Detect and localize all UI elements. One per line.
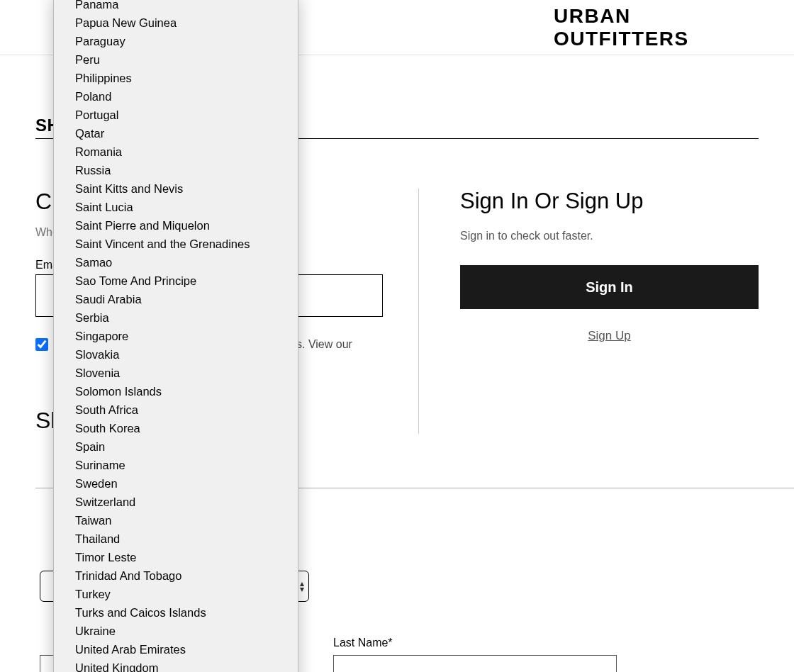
select-arrows-icon: ▴▾ bbox=[300, 581, 304, 592]
signin-heading: Sign In Or Sign Up bbox=[460, 189, 759, 214]
country-option[interactable]: Samao bbox=[54, 253, 298, 271]
country-dropdown[interactable]: PanamaPapua New GuineaParaguayPeruPhilip… bbox=[53, 0, 298, 672]
consent-checkbox[interactable] bbox=[35, 338, 48, 351]
country-option[interactable]: Serbia bbox=[54, 308, 298, 327]
country-option[interactable]: Ukraine bbox=[54, 622, 298, 640]
country-option[interactable]: Saint Vincent and the Grenadines bbox=[54, 235, 298, 253]
country-option[interactable]: Portugal bbox=[54, 106, 298, 124]
signin-button[interactable]: Sign In bbox=[460, 265, 759, 309]
country-option[interactable]: United Arab Emirates bbox=[54, 640, 298, 659]
country-option[interactable]: Switzerland bbox=[54, 493, 298, 511]
country-option[interactable]: South Korea bbox=[54, 419, 298, 437]
last-name-label: Last Name* bbox=[333, 637, 393, 649]
last-name-field[interactable] bbox=[333, 655, 617, 672]
country-option[interactable]: Turkey bbox=[54, 585, 298, 603]
country-option[interactable]: Philippines bbox=[54, 69, 298, 87]
signup-link[interactable]: Sign Up bbox=[460, 329, 759, 343]
country-option[interactable]: Qatar bbox=[54, 124, 298, 142]
country-option[interactable]: Russia bbox=[54, 161, 298, 179]
signin-subheading: Sign in to check out faster. bbox=[460, 230, 759, 242]
brand-logo[interactable]: URBAN OUTFITTERS bbox=[554, 5, 714, 50]
country-option[interactable]: Saudi Arabia bbox=[54, 290, 298, 308]
country-option[interactable]: Saint Pierre and Miquelon bbox=[54, 216, 298, 235]
country-option[interactable]: Spain bbox=[54, 437, 298, 456]
country-option[interactable]: South Africa bbox=[54, 401, 298, 419]
country-option[interactable]: Turks and Caicos Islands bbox=[54, 603, 298, 622]
country-option[interactable]: Romania bbox=[54, 142, 298, 161]
country-option[interactable]: Saint Kitts and Nevis bbox=[54, 179, 298, 198]
country-option[interactable]: Suriname bbox=[54, 456, 298, 474]
country-option[interactable]: Singapore bbox=[54, 327, 298, 345]
country-option[interactable]: Sao Tome And Principe bbox=[54, 271, 298, 290]
country-option[interactable]: Trinidad And Tobago bbox=[54, 566, 298, 585]
country-option[interactable]: Saint Lucia bbox=[54, 198, 298, 216]
country-option[interactable]: Solomon Islands bbox=[54, 382, 298, 401]
country-option[interactable]: Sweden bbox=[54, 474, 298, 493]
country-option[interactable]: Thailand bbox=[54, 530, 298, 548]
country-option[interactable]: Papua New Guinea bbox=[54, 13, 298, 32]
signin-column: Sign In Or Sign Up Sign in to check out … bbox=[418, 189, 759, 434]
country-option[interactable]: Slovenia bbox=[54, 364, 298, 382]
country-option[interactable]: Poland bbox=[54, 87, 298, 106]
country-option[interactable]: Slovakia bbox=[54, 345, 298, 364]
country-option[interactable]: Panama bbox=[54, 0, 298, 13]
country-option[interactable]: Timor Leste bbox=[54, 548, 298, 566]
country-option[interactable]: Paraguay bbox=[54, 32, 298, 50]
country-option[interactable]: Taiwan bbox=[54, 511, 298, 530]
country-option[interactable]: Peru bbox=[54, 50, 298, 69]
country-option[interactable]: United Kingdom bbox=[54, 659, 298, 672]
